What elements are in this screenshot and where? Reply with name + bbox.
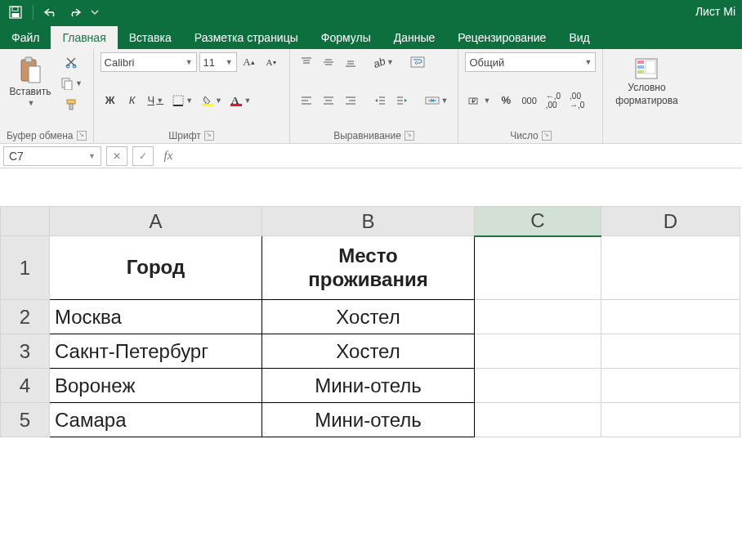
tab-data[interactable]: Данные: [382, 26, 447, 49]
cell-C4[interactable]: [475, 369, 601, 403]
increase-decimal-button[interactable]: ←,0,00: [543, 91, 564, 110]
font-name-combo[interactable]: Calibri▼: [101, 52, 197, 72]
worksheet-grid[interactable]: A B C D 1 Город Местопроживания 2 Москва…: [0, 206, 742, 437]
svg-rect-4: [25, 57, 32, 62]
formula-bar-row: C7▼ ✕ ✓ fx: [0, 144, 742, 168]
redo-icon[interactable]: [65, 2, 86, 22]
percent-format-button[interactable]: %: [496, 91, 516, 110]
font-color-button[interactable]: A▼: [228, 91, 254, 110]
svg-rect-43: [637, 60, 644, 64]
row-header-1[interactable]: 1: [1, 236, 50, 300]
cell-C1[interactable]: [475, 236, 601, 300]
underline-button[interactable]: Ч▼: [145, 91, 168, 110]
row-header-5[interactable]: 5: [1, 403, 50, 437]
tab-view[interactable]: Вид: [557, 26, 601, 49]
ribbon-tabs: Файл Главная Вставка Разметка страницы Ф…: [0, 25, 742, 49]
wrap-text-button[interactable]: [407, 52, 428, 72]
cell-D3[interactable]: [601, 334, 740, 369]
cell-B1[interactable]: Местопроживания: [262, 236, 475, 300]
cell-B5[interactable]: Мини-отель: [262, 403, 475, 437]
cell-D4[interactable]: [601, 369, 740, 403]
row-header-4[interactable]: 4: [1, 369, 50, 403]
qat-customize-icon[interactable]: [89, 2, 101, 22]
cell-A4[interactable]: Воронеж: [50, 369, 262, 403]
align-middle-button[interactable]: [319, 52, 338, 72]
merge-center-button[interactable]: ▼: [422, 91, 452, 110]
align-bottom-button[interactable]: [341, 52, 360, 72]
dialog-launcher-icon[interactable]: ↘: [204, 131, 214, 141]
cancel-formula-button[interactable]: ✕: [106, 146, 127, 166]
col-header-B[interactable]: B: [262, 207, 475, 236]
decrease-font-button[interactable]: A▾: [261, 52, 281, 72]
save-icon[interactable]: [5, 2, 26, 22]
group-number: Общий▼ ₽▼ % 000 ←,0,00 ,00→,0 Число↘: [458, 49, 603, 143]
group-clipboard-label: Буфер обмена: [7, 130, 74, 141]
tab-formulas[interactable]: Формулы: [310, 26, 382, 49]
dialog-launcher-icon[interactable]: ↘: [77, 131, 87, 141]
row-header-3[interactable]: 3: [1, 334, 50, 369]
name-box[interactable]: C7▼: [3, 146, 101, 166]
document-title: Лист Mi: [695, 5, 735, 18]
cell-A1[interactable]: Город: [50, 236, 262, 300]
cell-D2[interactable]: [601, 300, 740, 334]
align-left-button[interactable]: [297, 91, 316, 110]
cond-format-label: Условно: [628, 82, 665, 93]
orientation-button[interactable]: ab▼: [370, 52, 397, 72]
cut-button[interactable]: [57, 52, 86, 72]
font-size-combo[interactable]: 11▼: [199, 52, 237, 72]
tab-review[interactable]: Рецензирование: [446, 26, 557, 49]
copy-button[interactable]: ▼: [57, 74, 86, 93]
cell-A2[interactable]: Москва: [50, 300, 262, 334]
tab-insert[interactable]: Вставка: [118, 26, 183, 49]
cell-A3[interactable]: Сакнт-Петербург: [50, 334, 262, 369]
quick-access-toolbar: [5, 2, 101, 22]
decrease-decimal-button[interactable]: ,00→,0: [566, 91, 588, 110]
formula-input[interactable]: [183, 146, 739, 166]
paste-button[interactable]: Вставить ▼: [7, 52, 54, 111]
undo-icon[interactable]: [40, 2, 61, 22]
align-top-button[interactable]: [297, 52, 316, 72]
dialog-launcher-icon[interactable]: ↘: [405, 131, 414, 141]
tab-home[interactable]: Главная: [51, 26, 117, 49]
italic-button[interactable]: К: [123, 91, 142, 110]
tab-file[interactable]: Файл: [0, 26, 51, 49]
col-header-C[interactable]: C: [475, 207, 601, 236]
format-painter-button[interactable]: [57, 95, 86, 114]
decrease-indent-button[interactable]: [370, 91, 390, 110]
group-font-label: Шрифт: [168, 130, 200, 141]
align-right-button[interactable]: [341, 91, 360, 110]
conditional-formatting-button[interactable]: Условно форматирова: [610, 52, 683, 111]
fill-color-button[interactable]: ▼: [199, 91, 226, 110]
group-font: Calibri▼ 11▼ A▴ A▾ Ж К Ч▼ ▼ ▼ A▼ Шрифт↘: [94, 49, 290, 143]
increase-font-button[interactable]: A▴: [239, 52, 259, 72]
cell-B4[interactable]: Мини-отель: [262, 369, 475, 403]
cond-format-label2: форматирова: [615, 95, 677, 106]
number-format-combo[interactable]: Общий▼: [465, 52, 596, 72]
bold-button[interactable]: Ж: [101, 91, 120, 110]
borders-button[interactable]: ▼: [169, 91, 196, 110]
dialog-launcher-icon[interactable]: ↘: [542, 131, 552, 141]
cell-C5[interactable]: [475, 403, 601, 437]
comma-format-button[interactable]: 000: [518, 91, 539, 110]
fx-icon[interactable]: fx: [159, 149, 178, 163]
cell-D5[interactable]: [601, 403, 740, 437]
cell-B2[interactable]: Хостел: [262, 300, 475, 334]
tab-page-layout[interactable]: Разметка страницы: [183, 26, 310, 49]
svg-rect-5: [29, 66, 40, 83]
cell-A5[interactable]: Самара: [50, 403, 262, 437]
cell-C2[interactable]: [475, 300, 601, 334]
select-all-corner[interactable]: [1, 207, 50, 236]
align-center-button[interactable]: [319, 91, 338, 110]
col-header-A[interactable]: A: [50, 207, 262, 236]
row-header-2[interactable]: 2: [1, 300, 50, 334]
cell-B3[interactable]: Хостел: [262, 334, 475, 369]
svg-rect-44: [637, 65, 644, 69]
confirm-formula-button[interactable]: ✓: [132, 146, 154, 166]
group-styles: Условно форматирова: [603, 49, 690, 143]
increase-indent-button[interactable]: [392, 91, 412, 110]
accounting-format-button[interactable]: ₽▼: [465, 91, 494, 110]
col-header-D[interactable]: D: [601, 207, 740, 236]
group-number-label: Число: [510, 130, 539, 141]
cell-D1[interactable]: [601, 236, 740, 300]
cell-C3[interactable]: [475, 334, 601, 369]
